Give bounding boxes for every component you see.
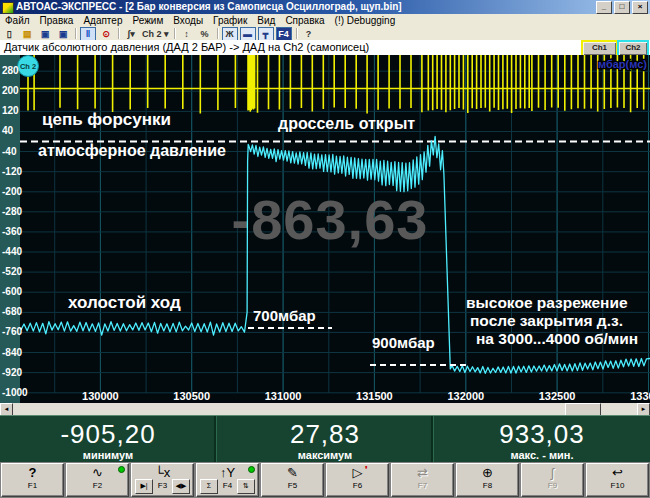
toolbar-pause-button[interactable]: ‖ (80, 27, 96, 41)
fkey-cell-F3: └xF3▶|◀▶ (130, 462, 195, 498)
brush-icon: ✎ (262, 464, 323, 481)
menu-item-9[interactable]: (!) Debugging (330, 14, 401, 27)
channel-2-badge-label: Ch 2 (20, 62, 36, 71)
annotation-vac2: после закрытия д.з. (470, 312, 623, 329)
compress-x-mini-button[interactable]: ▶| (135, 479, 153, 494)
menu-item-4[interactable]: Режим (127, 14, 168, 27)
fkey-f8-button[interactable]: ⊕F8 (456, 463, 519, 497)
annotation-idle: холостой ход (68, 293, 181, 312)
fkey-label: F2 (67, 481, 128, 490)
menu-item-5[interactable]: Входы (168, 14, 208, 27)
toolbar-save-button[interactable]: ▣ (37, 27, 53, 41)
menu-item-2[interactable]: Правка (35, 14, 79, 27)
x-tick-label: 131500 (356, 390, 393, 402)
toolbar-vertical-scale-button[interactable]: ↕ (179, 27, 195, 41)
big-current-value: -863,63 (232, 188, 429, 251)
toolbar-trigger-edge-button[interactable]: ʃ▾ (123, 27, 139, 41)
toolbar-new-button[interactable]: ▯ (1, 27, 17, 41)
fkey-f1-button[interactable]: ?F1 (1, 463, 64, 497)
compress-y-mini-button[interactable]: Σ (200, 479, 218, 494)
help-icon: ? (2, 464, 63, 481)
y-tick-label: 120 (2, 105, 19, 116)
x-tick-label: 131000 (265, 390, 302, 402)
toolbar-percent-button[interactable]: % (197, 27, 213, 41)
fkey-label: F8 (457, 481, 518, 490)
fkey-f5-button[interactable]: ✎F5 (261, 463, 324, 497)
annotation-vac3: на 3000...4000 об/мин (476, 330, 638, 347)
measurement-label: макс. - мин. (434, 449, 650, 461)
toolbar-save-as-button[interactable]: ▣ (55, 27, 71, 41)
fkey-cell-F7: ⇄F7 (390, 462, 455, 498)
fkey-f4-button[interactable]: ↑YF4Σ⇅ (196, 463, 259, 497)
signal-info-bar: Датчик абсолютного давления (ДАД 2 БАР) … (0, 40, 650, 56)
green-status-dot (118, 466, 125, 473)
fkey-label: F1 (2, 481, 63, 490)
fkey-cell-F5: ✎F5 (260, 462, 325, 498)
fkey-f7-button: ⇄F7 (391, 463, 454, 497)
fkey-cell-F1: ?F1 (0, 462, 65, 498)
annotation-vac1: высокое разрежение (466, 294, 628, 311)
oscilloscope-area: 28020012040-40-120-200-280-360-440-520-6… (0, 55, 650, 403)
title-bar[interactable]: АВТОАС-ЭКСПРЕСС - [2 Бар конверсия из Са… (0, 0, 650, 14)
fkey-label: F7 (392, 481, 453, 490)
app-icon (2, 2, 14, 14)
fkey-label: F9 (522, 481, 583, 490)
fkey-label: F5 (262, 481, 323, 490)
function-key-bar: ?F1∿F2└xF3▶|◀▶↑YF4Σ⇅✎F5▷F6❜⇄F7⊕F8ʃF9↩F10 (0, 462, 650, 498)
annotation-injector: цепь форсунки (42, 110, 171, 129)
annotation-throttle: дроссель открыт (278, 115, 415, 132)
x-tick-label: 132500 (539, 390, 576, 402)
x-tick-label: 130000 (82, 390, 119, 402)
menu-item-8[interactable]: Справка (280, 14, 329, 27)
measurement-value: -905,20 (0, 419, 216, 449)
spin-y-mini-button[interactable]: ⇅ (237, 479, 255, 494)
y-tick-label: -120 (2, 166, 22, 177)
measurement-value: 27,83 (217, 419, 433, 449)
annotation-mark700: 700мбар (253, 307, 316, 324)
fkey-cell-F8: ⊕F8 (455, 462, 520, 498)
menu-item-7[interactable]: Вид (252, 14, 280, 27)
toolbar-display-button[interactable]: ▬ (240, 27, 256, 41)
toolbar-separator (217, 28, 218, 39)
y-tick-label: -1000 (2, 387, 28, 398)
y-tick-label: 40 (2, 125, 13, 136)
fkey-f3-button[interactable]: └xF3▶|◀▶ (131, 463, 194, 497)
toolbar-separator (296, 28, 297, 39)
menu-item-6[interactable]: График (208, 14, 252, 27)
y-axis-strip: 28020012040-40-120-200-280-360-440-520-6… (0, 55, 21, 403)
trigger-edge-icon: ʃ (522, 464, 583, 481)
scope-canvas[interactable]: -863,63цепь форсункидроссель открытатмос… (20, 55, 650, 403)
measurement-col-1: -905,20минимум (0, 416, 216, 463)
menu-item-1[interactable]: Файл (0, 14, 35, 27)
exit-icon: ↩ (587, 464, 648, 481)
maximize-button[interactable]: □ (614, 1, 630, 14)
measurement-label: минимум (0, 449, 216, 461)
toolbar-record-button[interactable]: ⊙ (98, 27, 114, 41)
fkey-f10-button[interactable]: ↩F10 (586, 463, 649, 497)
fkey-f6-button[interactable]: ▷F6❜ (326, 463, 389, 497)
swap-arrows-icon: ⇄ (392, 464, 453, 481)
toolbar-help-button[interactable]: ? (301, 27, 317, 41)
fkey-f2-button[interactable]: ∿F2 (66, 463, 129, 497)
expand-x-mini-button[interactable]: ◀▶ (172, 479, 190, 494)
minimize-button[interactable]: _ (596, 1, 612, 14)
close-button[interactable]: × (632, 1, 648, 14)
toolbar-fn-button[interactable]: F4 (276, 27, 292, 41)
y-tick-label: -600 (2, 286, 22, 297)
fkey-label: F6 (327, 481, 388, 490)
red-marker: ❜ (365, 465, 368, 474)
crosshair-icon: ⊕ (457, 464, 518, 481)
menu-item-3[interactable]: Адаптер (78, 14, 127, 27)
measurement-col-3: 933,03макс. - мин. (433, 416, 650, 463)
measurement-label: максимум (217, 449, 433, 461)
x-tick-label: 132000 (447, 390, 484, 402)
fkey-cell-F10: ↩F10 (585, 462, 650, 498)
y-tick-label: -40 (2, 146, 16, 157)
toolbar-channel-select-button[interactable]: Ch 2 ▾ (141, 27, 170, 41)
toolbar-marker-button[interactable]: Ж (222, 27, 238, 41)
horizontal-scrollbar[interactable]: ◄ ► (0, 403, 650, 415)
toolbar-open-button[interactable]: ▤ (19, 27, 35, 41)
y-tick-label: -920 (2, 367, 22, 378)
app-window: АВТОАС-ЭКСПРЕСС - [2 Бар конверсия из Са… (0, 0, 650, 498)
toolbar-ruler-button[interactable]: ┳ (258, 27, 274, 41)
